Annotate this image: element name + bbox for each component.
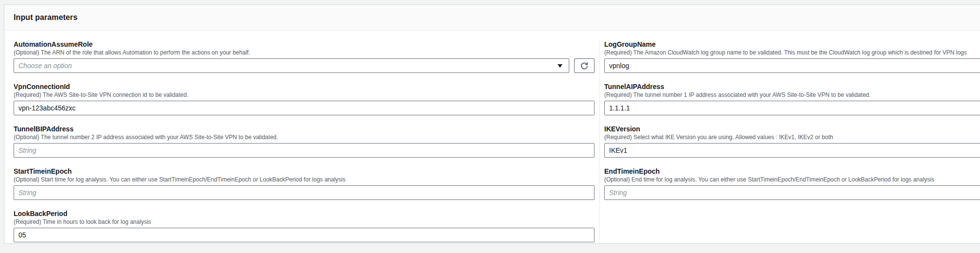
- field-description: (Required) The AWS Site-to-Site VPN conn…: [14, 91, 595, 99]
- end-time-in-epoch-input[interactable]: [604, 185, 980, 200]
- ike-version-input[interactable]: [604, 143, 980, 158]
- look-back-period-input[interactable]: [14, 228, 595, 242]
- tunnel-b-ip-address-input[interactable]: [14, 143, 595, 158]
- field-label: VpnConnectionId: [14, 83, 595, 91]
- field-description: (Required) The tunnel number 1 IP addres…: [604, 91, 980, 99]
- field-description: (Required) Time in hours to look back fo…: [14, 218, 595, 226]
- field-label: AutomationAssumeRole: [14, 40, 595, 49]
- field-look-back-period: LookBackPeriod (Required) Time in hours …: [14, 210, 595, 242]
- tunnel-a-ip-address-input[interactable]: [604, 101, 980, 115]
- field-label: TunnelBIPAddress: [14, 125, 595, 133]
- refresh-button[interactable]: [574, 58, 595, 73]
- field-label: LogGroupName: [604, 40, 980, 49]
- left-column: AutomationAssumeRole (Optional) The ARN …: [14, 40, 600, 244]
- log-group-name-input[interactable]: [604, 58, 980, 73]
- panel-title: Input parameters: [14, 13, 77, 22]
- field-start-time-in-epoch: StartTimeinEpoch (Optional) Start time f…: [14, 167, 595, 200]
- field-label: TunnelAIPAddress: [604, 83, 980, 91]
- field-tunnel-b-ip-address: TunnelBIPAddress (Optional) The tunnel n…: [14, 125, 595, 158]
- right-column: LogGroupName (Required) The Amazon Cloud…: [600, 40, 980, 244]
- refresh-icon: [580, 62, 588, 70]
- field-description: (Optional) End time for log analysis. Yo…: [604, 176, 980, 183]
- start-time-in-epoch-input[interactable]: [14, 185, 595, 200]
- field-label: StartTimeinEpoch: [14, 167, 595, 176]
- field-automation-assume-role: AutomationAssumeRole (Optional) The ARN …: [14, 40, 595, 73]
- field-label: IKEVersion: [604, 125, 980, 133]
- field-description: (Required) The Amazon CloudWatch log gro…: [604, 49, 980, 56]
- field-description: (Optional) The ARN of the role that allo…: [14, 49, 595, 56]
- panel-header: Input parameters: [4, 5, 980, 31]
- field-description: (Optional) Start time for log analysis. …: [14, 176, 595, 183]
- field-description: (Optional) The tunnel number 2 IP addres…: [14, 134, 595, 141]
- select-placeholder: Choose an option: [18, 62, 72, 70]
- panel-body: AutomationAssumeRole (Optional) The ARN …: [4, 31, 980, 244]
- field-end-time-in-epoch: EndTimeinEpoch (Optional) End time for l…: [604, 167, 980, 200]
- field-label: EndTimeinEpoch: [604, 167, 980, 176]
- field-log-group-name: LogGroupName (Required) The Amazon Cloud…: [604, 40, 980, 73]
- field-label: LookBackPeriod: [14, 210, 595, 218]
- input-parameters-panel: Input parameters AutomationAssumeRole (O…: [4, 4, 980, 244]
- automation-assume-role-select[interactable]: Choose an option: [14, 58, 569, 73]
- field-vpn-connection-id: VpnConnectionId (Required) The AWS Site-…: [14, 83, 595, 115]
- field-description: (Required) Select what IKE Version you a…: [604, 134, 980, 141]
- field-tunnel-a-ip-address: TunnelAIPAddress (Required) The tunnel n…: [604, 83, 980, 115]
- chevron-down-icon: [558, 64, 562, 68]
- vpn-connection-id-input[interactable]: [14, 101, 595, 115]
- field-ike-version: IKEVersion (Required) Select what IKE Ve…: [604, 125, 980, 158]
